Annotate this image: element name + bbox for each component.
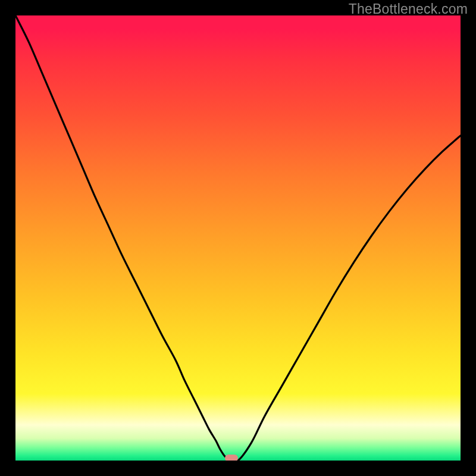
watermark-text: TheBottleneck.com <box>349 1 468 17</box>
bottleneck-curve <box>15 15 461 461</box>
plot-area <box>15 15 461 461</box>
minimum-marker <box>225 455 238 461</box>
curve-path <box>15 15 461 461</box>
chart-frame: TheBottleneck.com <box>0 0 476 476</box>
